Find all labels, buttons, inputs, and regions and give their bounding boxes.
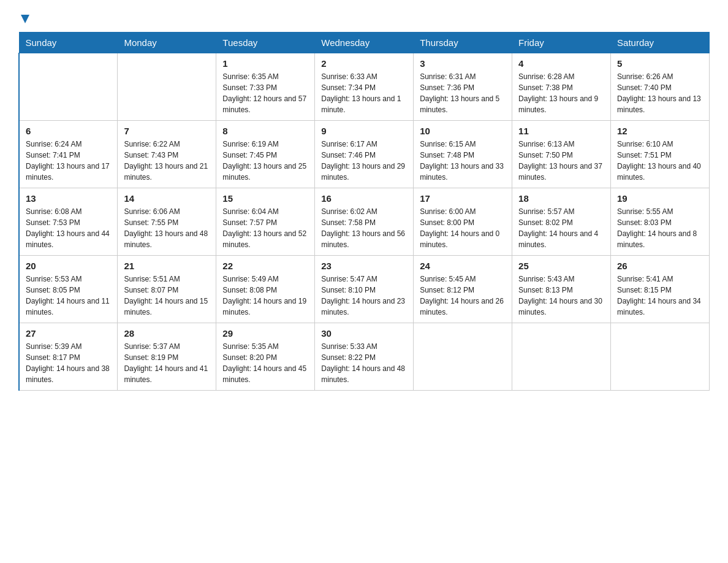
column-header-thursday: Thursday — [414, 33, 512, 53]
calendar-cell: 10Sunrise: 6:15 AM Sunset: 7:48 PM Dayli… — [414, 121, 512, 188]
day-number: 10 — [420, 126, 506, 136]
calendar-cell: 26Sunrise: 5:41 AM Sunset: 8:15 PM Dayli… — [611, 256, 710, 323]
day-info: Sunrise: 6:13 AM Sunset: 7:50 PM Dayligh… — [518, 139, 604, 183]
day-number: 30 — [321, 328, 407, 339]
day-number: 13 — [26, 193, 111, 204]
week-row-4: 20Sunrise: 5:53 AM Sunset: 8:05 PM Dayli… — [19, 256, 710, 323]
day-info: Sunrise: 5:53 AM Sunset: 8:05 PM Dayligh… — [26, 274, 111, 318]
logo — [18, 12, 31, 22]
day-number: 28 — [124, 328, 210, 339]
day-number: 25 — [518, 261, 604, 271]
day-info: Sunrise: 6:22 AM Sunset: 7:43 PM Dayligh… — [124, 139, 210, 183]
calendar-cell — [118, 53, 216, 121]
calendar-cell — [414, 323, 512, 391]
day-info: Sunrise: 5:55 AM Sunset: 8:03 PM Dayligh… — [617, 206, 703, 250]
calendar-cell: 18Sunrise: 5:57 AM Sunset: 8:02 PM Dayli… — [512, 188, 611, 256]
day-info: Sunrise: 6:28 AM Sunset: 7:38 PM Dayligh… — [518, 71, 604, 115]
day-info: Sunrise: 6:04 AM Sunset: 7:57 PM Dayligh… — [222, 206, 308, 250]
column-header-wednesday: Wednesday — [315, 33, 414, 53]
day-info: Sunrise: 6:02 AM Sunset: 7:58 PM Dayligh… — [321, 206, 407, 250]
calendar-cell: 11Sunrise: 6:13 AM Sunset: 7:50 PM Dayli… — [512, 121, 611, 188]
day-info: Sunrise: 5:33 AM Sunset: 8:22 PM Dayligh… — [321, 341, 407, 385]
logo-arrow-icon — [20, 13, 31, 25]
calendar-cell: 24Sunrise: 5:45 AM Sunset: 8:12 PM Dayli… — [414, 256, 512, 323]
calendar-cell: 4Sunrise: 6:28 AM Sunset: 7:38 PM Daylig… — [512, 53, 611, 121]
week-row-2: 6Sunrise: 6:24 AM Sunset: 7:41 PM Daylig… — [19, 121, 710, 188]
day-info: Sunrise: 5:49 AM Sunset: 8:08 PM Dayligh… — [222, 274, 308, 318]
calendar-cell: 28Sunrise: 5:37 AM Sunset: 8:19 PM Dayli… — [118, 323, 216, 391]
calendar-cell: 8Sunrise: 6:19 AM Sunset: 7:45 PM Daylig… — [216, 121, 315, 188]
day-number: 26 — [617, 261, 703, 271]
day-number: 22 — [222, 261, 308, 271]
day-info: Sunrise: 5:57 AM Sunset: 8:02 PM Dayligh… — [518, 206, 604, 250]
column-header-tuesday: Tuesday — [216, 33, 315, 53]
day-number: 12 — [617, 126, 703, 136]
day-number: 5 — [617, 58, 703, 69]
calendar-table: SundayMondayTuesdayWednesdayThursdayFrid… — [18, 32, 710, 391]
day-info: Sunrise: 5:43 AM Sunset: 8:13 PM Dayligh… — [518, 274, 604, 318]
day-number: 15 — [222, 193, 308, 204]
day-number: 23 — [321, 261, 407, 271]
day-info: Sunrise: 6:19 AM Sunset: 7:45 PM Dayligh… — [222, 139, 308, 183]
day-number: 7 — [124, 126, 210, 136]
calendar-cell: 21Sunrise: 5:51 AM Sunset: 8:07 PM Dayli… — [118, 256, 216, 323]
calendar-cell — [19, 53, 118, 121]
day-number: 18 — [518, 193, 604, 204]
day-info: Sunrise: 5:47 AM Sunset: 8:10 PM Dayligh… — [321, 274, 407, 318]
calendar-cell: 14Sunrise: 6:06 AM Sunset: 7:55 PM Dayli… — [118, 188, 216, 256]
calendar-cell: 30Sunrise: 5:33 AM Sunset: 8:22 PM Dayli… — [315, 323, 414, 391]
week-row-3: 13Sunrise: 6:08 AM Sunset: 7:53 PM Dayli… — [19, 188, 710, 256]
day-info: Sunrise: 6:26 AM Sunset: 7:40 PM Dayligh… — [617, 71, 703, 115]
day-info: Sunrise: 6:35 AM Sunset: 7:33 PM Dayligh… — [222, 71, 308, 115]
day-number: 20 — [26, 261, 111, 271]
day-number: 11 — [518, 126, 604, 136]
day-number: 17 — [420, 193, 506, 204]
calendar-cell: 16Sunrise: 6:02 AM Sunset: 7:58 PM Dayli… — [315, 188, 414, 256]
day-info: Sunrise: 6:08 AM Sunset: 7:53 PM Dayligh… — [26, 206, 111, 250]
day-info: Sunrise: 6:24 AM Sunset: 7:41 PM Dayligh… — [26, 139, 111, 183]
calendar-cell: 20Sunrise: 5:53 AM Sunset: 8:05 PM Dayli… — [19, 256, 118, 323]
svg-marker-0 — [21, 15, 29, 23]
day-info: Sunrise: 6:15 AM Sunset: 7:48 PM Dayligh… — [420, 139, 506, 183]
week-row-5: 27Sunrise: 5:39 AM Sunset: 8:17 PM Dayli… — [19, 323, 710, 391]
day-info: Sunrise: 5:51 AM Sunset: 8:07 PM Dayligh… — [124, 274, 210, 318]
day-info: Sunrise: 6:33 AM Sunset: 7:34 PM Dayligh… — [321, 71, 407, 115]
day-info: Sunrise: 6:06 AM Sunset: 7:55 PM Dayligh… — [124, 206, 210, 250]
day-number: 24 — [420, 261, 506, 271]
day-info: Sunrise: 5:35 AM Sunset: 8:20 PM Dayligh… — [222, 341, 308, 385]
day-info: Sunrise: 6:17 AM Sunset: 7:46 PM Dayligh… — [321, 139, 407, 183]
calendar-cell: 13Sunrise: 6:08 AM Sunset: 7:53 PM Dayli… — [19, 188, 118, 256]
day-info: Sunrise: 5:37 AM Sunset: 8:19 PM Dayligh… — [124, 341, 210, 385]
calendar-cell: 12Sunrise: 6:10 AM Sunset: 7:51 PM Dayli… — [611, 121, 710, 188]
calendar-cell: 3Sunrise: 6:31 AM Sunset: 7:36 PM Daylig… — [414, 53, 512, 121]
day-info: Sunrise: 6:10 AM Sunset: 7:51 PM Dayligh… — [617, 139, 703, 183]
day-number: 6 — [26, 126, 111, 136]
calendar-cell: 9Sunrise: 6:17 AM Sunset: 7:46 PM Daylig… — [315, 121, 414, 188]
day-number: 16 — [321, 193, 407, 204]
day-info: Sunrise: 6:31 AM Sunset: 7:36 PM Dayligh… — [420, 71, 506, 115]
day-info: Sunrise: 6:00 AM Sunset: 8:00 PM Dayligh… — [420, 206, 506, 250]
calendar-cell: 15Sunrise: 6:04 AM Sunset: 7:57 PM Dayli… — [216, 188, 315, 256]
day-info: Sunrise: 5:39 AM Sunset: 8:17 PM Dayligh… — [26, 341, 111, 385]
day-number: 14 — [124, 193, 210, 204]
calendar-cell: 25Sunrise: 5:43 AM Sunset: 8:13 PM Dayli… — [512, 256, 611, 323]
calendar-cell: 7Sunrise: 6:22 AM Sunset: 7:43 PM Daylig… — [118, 121, 216, 188]
page-header — [18, 12, 710, 22]
day-number: 1 — [222, 58, 308, 69]
calendar-cell: 1Sunrise: 6:35 AM Sunset: 7:33 PM Daylig… — [216, 53, 315, 121]
day-number: 3 — [420, 58, 506, 69]
calendar-cell: 17Sunrise: 6:00 AM Sunset: 8:00 PM Dayli… — [414, 188, 512, 256]
calendar-cell — [512, 323, 611, 391]
day-number: 8 — [222, 126, 308, 136]
calendar-cell — [611, 323, 710, 391]
calendar-cell: 5Sunrise: 6:26 AM Sunset: 7:40 PM Daylig… — [611, 53, 710, 121]
calendar-cell: 22Sunrise: 5:49 AM Sunset: 8:08 PM Dayli… — [216, 256, 315, 323]
calendar-cell: 6Sunrise: 6:24 AM Sunset: 7:41 PM Daylig… — [19, 121, 118, 188]
day-number: 27 — [26, 328, 111, 339]
day-info: Sunrise: 5:41 AM Sunset: 8:15 PM Dayligh… — [617, 274, 703, 318]
day-info: Sunrise: 5:45 AM Sunset: 8:12 PM Dayligh… — [420, 274, 506, 318]
day-number: 9 — [321, 126, 407, 136]
column-header-monday: Monday — [118, 33, 216, 53]
day-number: 2 — [321, 58, 407, 69]
calendar-cell: 29Sunrise: 5:35 AM Sunset: 8:20 PM Dayli… — [216, 323, 315, 391]
